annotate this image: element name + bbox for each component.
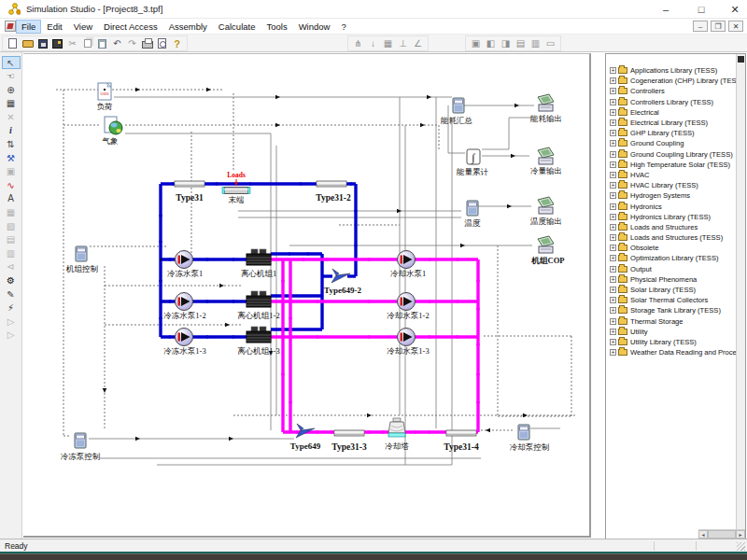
tree-item[interactable]: Hydronics <box>607 201 736 211</box>
tree-item[interactable]: Output <box>607 264 736 274</box>
component-load-reader[interactable]: USER 负荷 <box>97 83 113 111</box>
play-tool-2[interactable]: ▷ <box>2 329 21 342</box>
component-pipe-type31-4[interactable]: Type31-4 <box>444 430 479 452</box>
maximize-button[interactable]: □ <box>687 2 715 17</box>
component-pipe-type31[interactable]: Type31 <box>175 181 204 203</box>
component-energy-sum[interactable]: 能耗汇总 <box>440 98 473 125</box>
menu-view[interactable]: View <box>68 20 98 34</box>
layout-tool-2[interactable]: ▧ <box>2 219 21 232</box>
tree-item[interactable]: Electrical Library (TESS) <box>607 118 736 128</box>
tree-vertical-scrollbar[interactable] <box>736 54 745 529</box>
arrange-6-button[interactable]: ▭ <box>543 37 557 50</box>
layout-tool-4[interactable]: ▥ <box>2 246 21 259</box>
duplicate-tool[interactable]: ▣ <box>2 165 21 178</box>
pump-cw-1[interactable]: 冷却水泵1 <box>390 251 426 279</box>
menu-direct-access[interactable]: Direct Access <box>98 20 163 34</box>
tree-item[interactable]: Utility Library (TESS) <box>607 337 736 347</box>
chiller-1[interactable]: 离心机组1 <box>241 249 276 278</box>
expand-icon[interactable] <box>610 88 616 94</box>
table-button[interactable]: ▦ <box>381 37 395 50</box>
component-pipe-type31-2[interactable]: Type31-2 <box>316 181 351 203</box>
arrange-1-button[interactable]: ▣ <box>469 37 483 50</box>
component-chw-pump-control[interactable]: 冷冻泵控制 <box>61 433 101 461</box>
expand-icon[interactable] <box>610 318 616 325</box>
spline-tool[interactable]: ∿ <box>2 178 21 191</box>
menu-tools[interactable]: Tools <box>261 20 292 34</box>
expand-icon[interactable] <box>610 130 616 136</box>
component-temp-output[interactable]: 温度输出 <box>529 197 562 226</box>
run-tool[interactable]: ⚡ <box>2 301 21 315</box>
pointer-tool[interactable]: ↖ <box>2 56 21 69</box>
diverter-type649[interactable]: Type649 <box>290 424 321 451</box>
save-all-button[interactable] <box>50 37 64 50</box>
tree-item[interactable]: Optimization Library (TESS) <box>607 253 736 263</box>
arrange-2-button[interactable]: ◧ <box>484 37 498 50</box>
print-button[interactable] <box>140 37 154 50</box>
expand-icon[interactable] <box>610 151 616 158</box>
expand-icon[interactable] <box>610 172 616 178</box>
expand-icon[interactable] <box>610 77 616 84</box>
mdi-minimize-button[interactable]: – <box>693 21 708 32</box>
new-button[interactable] <box>6 37 20 50</box>
expand-icon[interactable] <box>610 67 616 74</box>
pump-chw-1[interactable]: 冷冻水泵1 <box>167 251 203 279</box>
anchor-button[interactable]: ⊥ <box>396 37 410 50</box>
tree-item[interactable]: Obsolete <box>607 243 736 253</box>
tree-item[interactable]: High Temperature Solar (TESS) <box>607 160 736 170</box>
tree-item[interactable]: Loads and Structures (TESS) <box>607 232 736 243</box>
tree-item[interactable]: Hydronics Library (TESS) <box>607 212 736 222</box>
expand-icon[interactable] <box>610 349 616 356</box>
minimize-button[interactable]: – <box>652 2 680 17</box>
scroll-right-button[interactable]: ▸ <box>736 530 745 539</box>
title-bar[interactable]: Simulation Studio - [Project8_3.tpf] – □… <box>0 0 747 19</box>
play-tool-1[interactable]: ▷ <box>2 315 21 328</box>
component-energy-output[interactable]: 能耗输出 <box>529 94 562 123</box>
component-cooling-output[interactable]: 冷量输出 <box>530 147 562 175</box>
menu-window[interactable]: Window <box>293 20 336 34</box>
pump-cw-2[interactable]: 冷却水泵1-2 <box>387 293 429 321</box>
save-button[interactable] <box>35 37 49 50</box>
tree-item[interactable]: Physical Phenomena <box>607 274 736 285</box>
link-tool[interactable]: ⚒ <box>2 151 21 164</box>
layout-tool-3[interactable]: ▤ <box>2 233 21 246</box>
menu-assembly[interactable]: Assembly <box>163 20 213 34</box>
paste-button[interactable] <box>95 37 109 50</box>
expand-icon[interactable] <box>610 99 616 105</box>
component-terminal-unit[interactable]: 末端 Loads <box>222 171 250 204</box>
tree-item[interactable]: HVAC <box>607 170 736 180</box>
expand-icon[interactable] <box>610 287 616 293</box>
tree-item[interactable]: Electrical <box>607 107 736 118</box>
expand-icon[interactable] <box>610 109 616 116</box>
tree-item[interactable]: Utility <box>607 327 736 337</box>
tree-item[interactable]: Cogeneration (CHP) Library (TESS) <box>607 76 736 86</box>
redo-button[interactable]: ↷ <box>125 37 139 50</box>
component-unit-control[interactable]: 机组控制 <box>65 246 99 273</box>
tree-item[interactable]: Loads and Structures <box>607 222 736 232</box>
text-tool[interactable]: A <box>2 192 21 205</box>
tree-vertical-scrollbar-thumb[interactable] <box>738 56 744 63</box>
arrange-5-button[interactable]: ▥ <box>529 37 543 50</box>
expand-icon[interactable] <box>610 329 616 335</box>
tree-item[interactable]: GHP Library (TESS) <box>607 128 736 138</box>
project-window-icon[interactable] <box>5 21 16 32</box>
expand-icon[interactable] <box>610 182 616 189</box>
expand-icon[interactable] <box>610 307 616 314</box>
plug-tool[interactable]: ⊲ <box>2 260 21 273</box>
download-button[interactable]: ↓ <box>366 37 380 50</box>
expand-icon[interactable] <box>610 192 616 199</box>
open-button[interactable] <box>21 37 35 50</box>
pump-chw-3[interactable]: 冷冻水泵1-3 <box>163 329 205 357</box>
zoom-tool[interactable]: ⊕ <box>2 83 21 96</box>
menu-file[interactable]: File <box>16 20 41 34</box>
tree-item[interactable]: Hydrogen Systems <box>607 190 736 201</box>
pan-tool[interactable]: ☜ <box>2 70 21 83</box>
component-unit-cop[interactable]: 机组COP <box>531 236 565 265</box>
expand-icon[interactable] <box>610 224 616 231</box>
expand-icon[interactable] <box>610 161 616 168</box>
tree-item[interactable]: HVAC Library (TESS) <box>607 180 736 190</box>
expand-icon[interactable] <box>610 119 616 126</box>
arrange-4-button[interactable]: ▤ <box>514 37 528 50</box>
component-pipe-type31-3[interactable]: Type31-3 <box>331 430 367 452</box>
expand-icon[interactable] <box>610 339 616 345</box>
expand-icon[interactable] <box>610 214 616 220</box>
